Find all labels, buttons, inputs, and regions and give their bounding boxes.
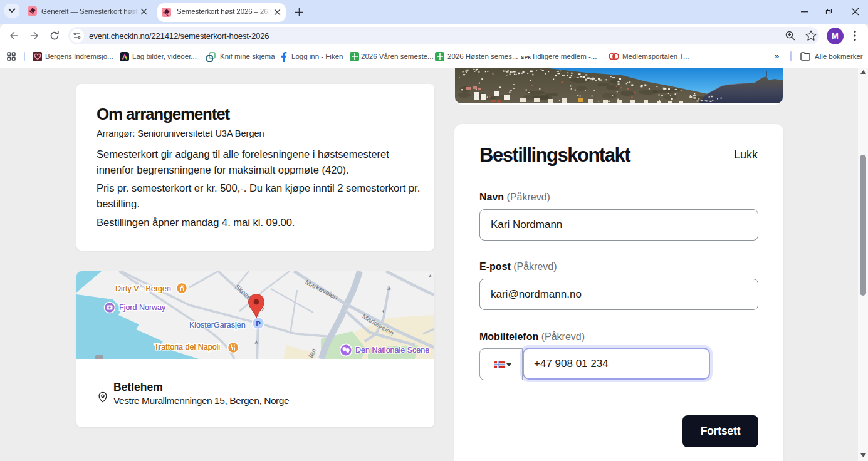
svg-text:Den Nationale Scene: Den Nationale Scene [355,346,429,355]
svg-text:P: P [256,320,261,328]
svg-text:KlosterGarasjen: KlosterGarasjen [189,321,246,329]
svg-text:Trattoria del Napoli: Trattoria del Napoli [154,343,220,351]
svg-text:Fjord Norway: Fjord Norway [119,303,166,312]
svg-text:Dirty V - Bergen: Dirty V - Bergen [115,284,171,293]
